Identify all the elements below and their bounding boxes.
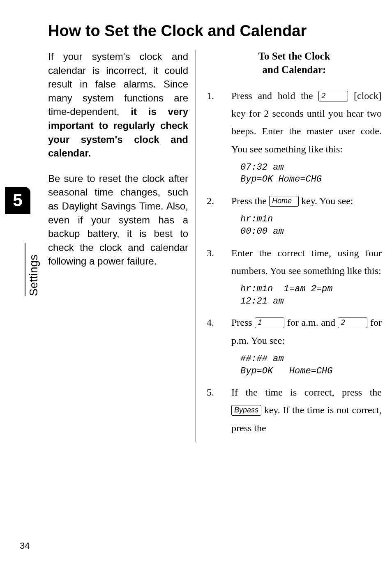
chapter-number: 5 [13,191,22,210]
step-2-mid: key. You see: [299,196,353,206]
intro-paragraph-2: Be sure to reset the clock after seasona… [48,172,188,268]
page-title: How to Set the Clock and Calendar [48,22,382,40]
step-3: Enter the correct time, using four numbe… [207,244,382,308]
steps-list: Press and hold the 2 [clock] key for 2 s… [207,87,382,437]
keycap-home: Home [269,196,299,207]
intro-paragraph-1: If your system's clock and calendar is i… [48,50,188,160]
subheading: To Set the Clock and Calendar: [207,50,382,76]
keycap-1: 1 [255,318,284,328]
subhead-line-1: To Set the Clock [258,51,330,62]
step-5-pre: If the time is correct, press the [231,387,382,398]
section-label: Settings [25,243,40,296]
section-label-wrap: Settings [5,243,30,296]
display-1: 07:32 am Byp=OK Home=CHG [240,161,382,186]
step-1: Press and hold the 2 [clock] key for 2 s… [207,87,382,186]
display-2: hr:min 00:00 am [240,213,382,237]
step-3-text: Enter the correct time, using four numbe… [231,248,382,276]
step-1-pre: Press and hold the [231,90,318,101]
display-3: hr:min 1=am 2=pm 12:21 am [240,283,382,307]
step-4-mid: for a.m. and [284,317,338,328]
columns: If your system's clock and calendar is i… [48,50,382,442]
page-number: 34 [20,541,30,551]
keycap-2b: 2 [338,318,367,328]
subhead-line-2: and Calendar: [263,64,326,75]
side-label: 5 Settings [5,187,30,296]
chapter-badge: 5 [5,187,30,214]
step-4: Press 1 for a.m. and 2 for p.m. You see:… [207,314,382,377]
display-4: ##:## am Byp=OK Home=CHG [240,353,382,377]
left-column: If your system's clock and calendar is i… [48,50,196,442]
right-column: To Set the Clock and Calendar: Press and… [196,50,382,442]
content: How to Set the Clock and Calendar If you… [48,22,382,442]
step-4-pre: Press [231,317,255,328]
keycap-2: 2 [318,91,348,101]
step-2: Press the Home key. You see: hr:min 00:0… [207,192,382,238]
page: 5 Settings How to Set the Clock and Cale… [0,0,392,566]
step-2-pre: Press the [231,196,269,206]
step-5: If the time is correct, press the Bypass… [207,384,382,437]
keycap-bypass: Bypass [231,405,261,416]
